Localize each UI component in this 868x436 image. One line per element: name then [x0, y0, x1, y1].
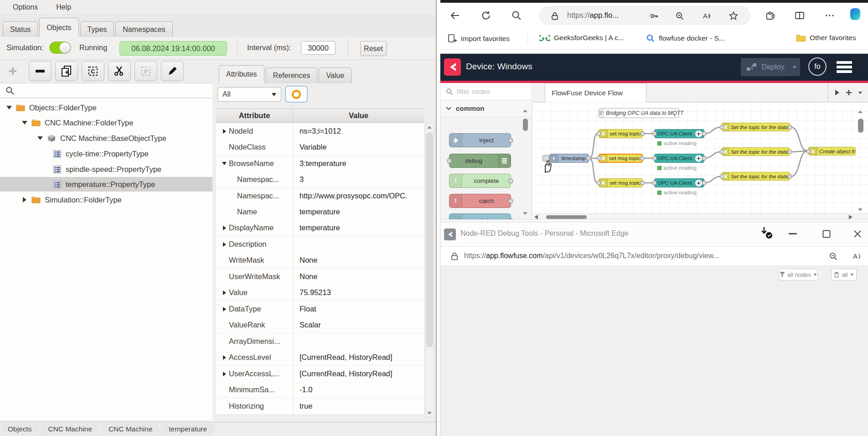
palette-scroll-down[interactable] [523, 212, 527, 215]
collapse-icon[interactable] [216, 162, 229, 165]
main-menu-button[interactable] [837, 61, 852, 73]
scroll-down-arrow[interactable] [427, 412, 432, 415]
output-port[interactable] [640, 156, 644, 161]
tab-scroll-right-icon[interactable] [835, 89, 840, 96]
paste-button[interactable]: P [134, 61, 157, 81]
search-button[interactable] [511, 10, 521, 21]
expand-icon[interactable] [216, 355, 229, 360]
attributes-scrollbar[interactable] [425, 123, 434, 417]
flow-node-set-topic-2[interactable]: Set the topic for the data [722, 147, 790, 156]
input-port[interactable] [652, 181, 656, 185]
address-bar[interactable]: https://app.flo... A [539, 6, 750, 25]
expand-icon[interactable] [216, 307, 229, 311]
canvas-scrollbar-thumb[interactable] [858, 119, 863, 133]
flow-node-set-msg-topic-3[interactable]: set msg.topic [599, 178, 643, 187]
attr-row-arraydimensions[interactable]: ArrayDimensi... [216, 333, 424, 349]
copy-button[interactable]: C [82, 61, 104, 81]
scrollbar-thumb[interactable] [427, 133, 433, 347]
attr-row-valuerank[interactable]: ValueRankScalar [216, 317, 424, 333]
attr-row-namespaceuri[interactable]: Namespac...http://www.prosysopc.com/OPC. [216, 188, 424, 204]
minimize-button[interactable] [789, 233, 797, 234]
copilot-icon[interactable] [850, 9, 860, 19]
breadcrumb-temperature[interactable]: temperature [159, 423, 217, 435]
expand-icon[interactable] [216, 226, 229, 230]
attr-row-name[interactable]: Nametemperature [216, 204, 424, 220]
read-aloud-icon[interactable]: A [702, 11, 712, 21]
attr-row-historizing[interactable]: Historizingtrue [216, 398, 424, 414]
cut-button[interactable] [108, 61, 131, 81]
flow-list-caret[interactable] [858, 92, 862, 94]
edit-button[interactable] [161, 61, 184, 81]
address-text[interactable]: https://app.flo... [567, 11, 619, 20]
flow-node-timestamp[interactable]: timestamp [549, 154, 589, 163]
favorite-flowfuse-docker[interactable]: flowfuse docker - S... [646, 34, 725, 43]
refresh-button[interactable] [480, 10, 491, 21]
tab-status[interactable]: Status [3, 21, 38, 37]
output-port[interactable] [508, 199, 513, 203]
input-port[interactable] [720, 174, 724, 178]
attr-row-accesslevel[interactable]: AccessLevel[CurrentRead, HistoryRead] [216, 349, 424, 365]
tree-item-cycle-time[interactable]: cycle-time::PropertyType [0, 146, 212, 161]
deploy-button[interactable]: Deploy [741, 58, 800, 76]
attr-row-displayname[interactable]: DisplayNametemperature [216, 220, 424, 236]
refresh-attributes-button[interactable] [285, 86, 308, 103]
tab-namespaces[interactable]: Namespaces [115, 21, 172, 37]
input-port[interactable] [806, 149, 811, 153]
import-favorites[interactable]: Import favorites [447, 34, 510, 44]
user-avatar[interactable]: fo [808, 57, 827, 76]
attr-row-userwritemask[interactable]: UserWriteMaskNone [216, 269, 424, 285]
scroll-left-icon[interactable] [534, 215, 538, 219]
read-aloud-icon[interactable]: A [852, 252, 862, 261]
tree-item-temperature[interactable]: temperature::PropertyType [0, 177, 212, 192]
duplicate-button[interactable] [55, 61, 78, 81]
flow-node-create-object[interactable]: Create object from [808, 147, 856, 156]
palette-node-inject[interactable]: inject [449, 133, 511, 147]
expand-icon[interactable] [216, 291, 229, 295]
lock-icon[interactable] [550, 11, 560, 21]
input-port[interactable] [597, 132, 601, 136]
debug-clear-button[interactable]: all [831, 269, 857, 280]
add-flow-icon[interactable] [846, 89, 852, 96]
input-port[interactable] [597, 156, 601, 161]
settings-more-icon[interactable] [824, 10, 834, 21]
column-attribute[interactable]: Attribute [216, 109, 293, 122]
flow-node-set-msg-topic-2-selected[interactable]: set msg.topic [599, 154, 643, 163]
menu-options[interactable]: Options [13, 3, 38, 11]
flow-tab[interactable]: FlowFuse Device Flow [545, 83, 646, 102]
output-port[interactable] [788, 174, 792, 178]
tab-references[interactable]: References [266, 67, 318, 83]
password-key-icon[interactable] [649, 11, 659, 21]
flow-node-opcua-client-1[interactable]: OPC UA Client [654, 129, 704, 138]
output-port[interactable] [508, 218, 513, 219]
expand-icon[interactable] [216, 372, 229, 376]
input-port[interactable] [720, 150, 724, 154]
input-port[interactable] [652, 156, 656, 161]
flow-node-opcua-client-3[interactable]: OPC UA Client [654, 178, 704, 187]
tree-search[interactable] [0, 83, 212, 98]
expand-icon[interactable] [21, 197, 28, 202]
tree-item-spindle-speed[interactable]: spindle-speed::PropertyType [0, 162, 212, 176]
flow-node-set-topic-3[interactable]: Set the topic for the data [722, 172, 790, 181]
output-port[interactable] [702, 132, 706, 136]
tab-attributes[interactable]: Attributes [219, 65, 264, 83]
breadcrumb-cnc-machine-1[interactable]: CNC Machine [38, 423, 101, 435]
tab-types[interactable]: Types [80, 21, 114, 37]
canvas-hscrollbar[interactable] [532, 213, 868, 219]
debug-url-text[interactable]: https://app.flowfuse.com/api/v1/devices/… [464, 252, 719, 260]
back-button[interactable] [450, 10, 460, 21]
debug-url-bar[interactable]: https://app.flowfuse.com/api/v1/devices/… [440, 247, 868, 266]
palette-category-common[interactable]: common [440, 100, 532, 117]
output-port[interactable] [788, 150, 792, 154]
palette-node-complete[interactable]: ! complete [449, 174, 511, 188]
download-complete-icon[interactable] [760, 227, 775, 243]
expand-icon[interactable] [216, 129, 229, 134]
tree-item-objects[interactable]: Objects::FolderType [0, 100, 212, 115]
attr-row-namespaceindex[interactable]: Namespac...3 [216, 171, 424, 187]
tab-objects[interactable]: Objects [39, 18, 78, 37]
zoom-out-icon[interactable] [675, 11, 685, 21]
attr-row-nodeclass[interactable]: NodeClassVariable [216, 139, 424, 155]
split-screen-icon[interactable] [794, 10, 804, 21]
tab-value[interactable]: Value [319, 67, 351, 83]
attr-row-description[interactable]: Description [216, 236, 424, 252]
flow-node-opcua-client-2[interactable]: OPC UA Client [654, 154, 704, 163]
